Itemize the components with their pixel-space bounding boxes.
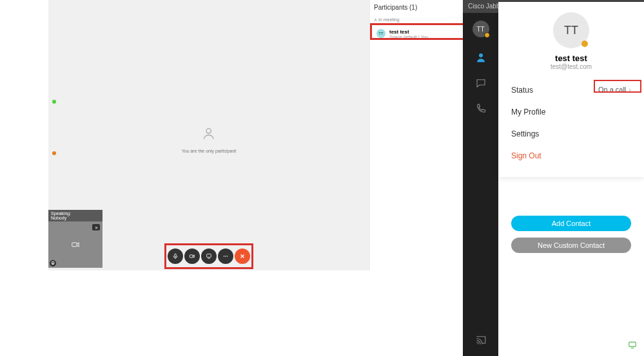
profile-avatar: TT <box>553 12 589 48</box>
participant-name: test test <box>389 29 428 35</box>
pin-icon[interactable]: ✕ <box>92 224 100 230</box>
status-value: On a call <box>598 86 626 93</box>
status-dot-green <box>52 100 56 104</box>
thumb-options-icon[interactable]: ⦿ <box>50 260 56 267</box>
chevron-right-icon: › <box>629 86 631 93</box>
only-participant-text: You are the only participant <box>182 149 237 153</box>
more-button[interactable] <box>218 248 233 264</box>
contacts-icon[interactable] <box>475 52 487 63</box>
self-video-thumbnail[interactable]: ✕ ⦿ <box>48 221 102 268</box>
mute-button[interactable] <box>168 248 183 264</box>
speaking-label: Speaking: <box>51 211 100 216</box>
phone-icon[interactable] <box>475 103 487 115</box>
participant-info: Space default | You <box>389 35 428 39</box>
camera-icon <box>71 240 80 249</box>
profile-name: test test <box>511 53 631 63</box>
meeting-window: You are the only participant Speaking: N… <box>48 0 500 270</box>
status-label: Status <box>511 86 533 95</box>
svg-point-5 <box>224 256 224 257</box>
svg-point-6 <box>226 256 226 257</box>
speaking-name: Nobody <box>51 216 100 220</box>
meeting-controls <box>168 248 250 264</box>
share-button[interactable] <box>201 248 217 264</box>
profile-avatar-button[interactable]: TT <box>473 21 489 37</box>
add-contact-button[interactable]: Add Contact <box>511 216 631 231</box>
participants-title: Participants (1) <box>374 4 417 11</box>
svg-rect-2 <box>175 254 177 257</box>
speaking-indicator: Speaking: Nobody <box>48 210 102 221</box>
svg-point-7 <box>227 256 228 257</box>
svg-rect-3 <box>190 255 193 258</box>
end-call-button[interactable] <box>235 248 250 264</box>
jabber-sidebar: TT <box>463 13 498 356</box>
video-button[interactable] <box>184 248 200 264</box>
svg-rect-1 <box>72 243 77 247</box>
settings-menu-item[interactable]: Settings <box>511 123 631 145</box>
chat-icon[interactable] <box>475 77 487 89</box>
sign-out-menu-item[interactable]: Sign Out <box>511 145 631 167</box>
status-menu-item[interactable]: Status On a call› <box>511 79 631 101</box>
my-profile-menu-item[interactable]: My Profile <box>511 101 631 123</box>
jabber-window: Cisco Jabber TT Add Contact New Custom C… <box>463 0 644 356</box>
new-custom-contact-button[interactable]: New Custom Contact <box>511 238 631 253</box>
empty-participant-message: You are the only participant <box>182 126 237 153</box>
profile-email: test@test.com <box>511 63 631 70</box>
cast-icon[interactable] <box>475 334 487 346</box>
participant-avatar: TT <box>376 29 385 38</box>
svg-point-0 <box>206 129 211 133</box>
status-dot-orange <box>52 151 56 155</box>
person-icon <box>202 126 216 141</box>
svg-point-16 <box>479 53 483 57</box>
svg-rect-4 <box>207 254 211 258</box>
video-area: You are the only participant Speaking: N… <box>48 0 369 270</box>
svg-rect-17 <box>629 342 636 346</box>
profile-popover: TT test test test@test.com Status On a c… <box>498 2 644 177</box>
monitor-status-icon <box>627 341 638 350</box>
